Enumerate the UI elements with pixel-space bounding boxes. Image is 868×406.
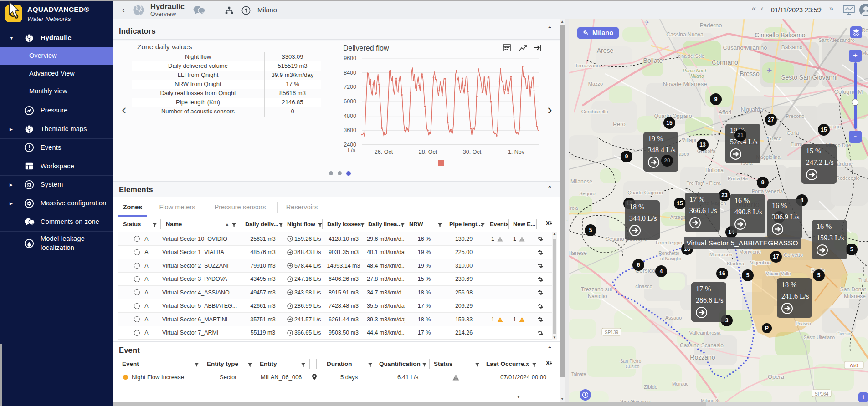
svg-text:Milanese: Milanese	[569, 250, 587, 256]
svg-text:3600: 3600	[344, 127, 356, 133]
svg-text:Civesio: Civesio	[837, 331, 852, 336]
svg-text:Terrazzano: Terrazzano	[575, 63, 600, 68]
svg-text:Cerchiarello: Cerchiarello	[581, 109, 608, 114]
svg-text:Balsamo: Balsamo	[781, 44, 803, 51]
svg-text:Quarto Cagnino: Quarto Cagnino	[627, 190, 663, 195]
svg-text:Milano: Milano	[690, 74, 704, 79]
svg-text:Bollate: Bollate	[643, 57, 663, 64]
svg-text:Niguarda: Niguarda	[741, 107, 763, 113]
svg-text:Ronchetto: Ronchetto	[658, 251, 679, 256]
svg-text:Precotto: Precotto	[786, 113, 805, 119]
svg-text:Opera: Opera	[768, 373, 785, 380]
svg-text:Tre Torri - Fiera: Tre Torri - Fiera	[686, 180, 721, 186]
svg-text:L/s: L/s	[348, 147, 355, 153]
svg-text:cina del Sole: cina del Sole	[678, 54, 704, 59]
svg-text:Pero: Pero	[613, 121, 625, 127]
svg-text:Assago: Assago	[665, 315, 682, 320]
svg-text:hirola: hirola	[569, 206, 578, 211]
svg-text:7200: 7200	[344, 84, 356, 90]
svg-text:Moncucco: Moncucco	[709, 252, 732, 257]
svg-text:X: X	[546, 220, 550, 227]
svg-text:Paderno: Paderno	[699, 22, 722, 29]
svg-text:Arese: Arese	[597, 47, 614, 54]
svg-text:6000: 6000	[344, 98, 356, 105]
svg-text:SP139: SP139	[605, 330, 618, 335]
svg-text:Cologno M: Cologno M	[834, 88, 863, 95]
svg-text:Sesto San Giovanni: Sesto San Giovanni	[781, 74, 837, 81]
svg-text:Milanese: Milanese	[570, 178, 592, 185]
svg-text:Cinisello Balsamo: Cinisello Balsamo	[755, 31, 805, 39]
svg-text:Zibido: Zibido	[644, 384, 657, 390]
svg-text:Novate Milanese: Novate Milanese	[663, 81, 707, 87]
svg-text:Stadera: Stadera	[727, 261, 745, 266]
svg-text:Porta Ga: Porta Ga	[728, 176, 748, 181]
svg-text:Vigentino: Vigentino	[750, 260, 771, 265]
svg-text:Lorenteggio: Lorenteggio	[656, 240, 682, 245]
svg-text:26. Oct: 26. Oct	[375, 149, 393, 155]
svg-text:30. Oct: 30. Oct	[463, 149, 482, 155]
svg-text:Morivione: Morivione	[739, 249, 761, 254]
svg-text:✈: ✈	[644, 19, 650, 26]
svg-text:Cassino Scanasio: Cassino Scanasio	[680, 342, 724, 349]
svg-text:4800: 4800	[344, 113, 356, 119]
svg-text:Cassina Nuova: Cassina Nuova	[666, 31, 704, 38]
svg-text:Corvetto: Corvetto	[784, 252, 803, 258]
svg-text:Cusico: Cusico	[626, 364, 640, 369]
svg-text:X: X	[546, 360, 550, 366]
svg-text:Seguro: Seguro	[579, 191, 595, 196]
svg-text:Naviglio: Naviglio	[588, 293, 607, 299]
svg-text:Porta Venezia: Porta Venezia	[752, 188, 783, 194]
svg-text:9600: 9600	[344, 55, 356, 61]
svg-text:Cusano Milanino: Cusano Milanino	[723, 44, 767, 51]
svg-text:Turro: Turro	[791, 142, 802, 147]
svg-text:28. Oct: 28. Oct	[419, 149, 437, 155]
svg-text:Vaiano Valle: Vaiano Valle	[766, 271, 791, 276]
svg-text:Valleambrosia: Valleambrosia	[689, 330, 721, 335]
svg-text:Bresso: Bresso	[740, 70, 760, 77]
svg-text:1. Nov: 1. Nov	[508, 149, 525, 155]
svg-text:Tainate: Tainate	[571, 372, 586, 377]
svg-text:✈: ✈	[766, 66, 772, 74]
svg-text:Triulzo: Triulzo	[858, 278, 868, 283]
svg-text:Affori: Affori	[719, 109, 731, 116]
svg-text:Greco: Greco	[768, 136, 781, 141]
svg-text:Arzaga: Arzaga	[670, 214, 687, 220]
svg-text:cinasco: cinasco	[635, 284, 652, 289]
svg-text:Trezzano sul: Trezzano sul	[581, 286, 612, 293]
svg-text:Gorla: Gorla	[787, 130, 800, 136]
svg-text:Villapi: Villapi	[682, 137, 696, 143]
svg-text:Moirago: Moirago	[672, 381, 689, 386]
svg-text:Rozzano: Rozzano	[690, 354, 715, 361]
svg-text:Sesto Ulteriano: Sesto Ulteriano	[804, 335, 835, 340]
svg-text:A50: A50	[850, 363, 858, 368]
svg-text:Cormano: Cormano	[712, 59, 738, 66]
svg-text:Bullona: Bullona	[705, 167, 724, 173]
svg-text:ul Naviglio: ul Naviglio	[660, 256, 682, 261]
svg-text:San Donat: San Donat	[840, 286, 866, 293]
svg-text:Milanese: Milanese	[844, 293, 866, 299]
svg-text:SP164: SP164	[815, 391, 828, 396]
svg-text:Poasco: Poasco	[796, 321, 811, 326]
svg-text:Sant'Alessandro: Sant'Alessandro	[818, 37, 855, 43]
svg-text:San Pietro: San Pietro	[620, 359, 642, 364]
svg-text:8400: 8400	[344, 70, 356, 76]
svg-text:Parco Nord: Parco Nord	[683, 68, 706, 73]
svg-text:Redecesio: Redecesio	[836, 175, 860, 181]
svg-text:Mazzo: Mazzo	[588, 81, 603, 86]
